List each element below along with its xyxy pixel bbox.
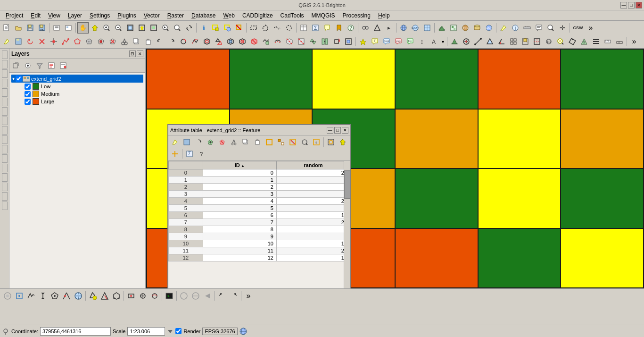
attr-zoom-to-selection-button[interactable] (325, 136, 337, 148)
scale-feature-button[interactable] (343, 36, 354, 47)
sidebar-tool-9[interactable] (2, 126, 8, 135)
more-right-button[interactable]: » (585, 22, 596, 34)
table-row[interactable]: 111122 (169, 247, 350, 254)
table-row[interactable]: 7720 (169, 219, 350, 226)
menu-layer[interactable]: Layer (64, 11, 86, 20)
attr-reload-button[interactable] (193, 136, 204, 148)
bt-terminal[interactable]: >_ (164, 290, 175, 302)
add-ring-button[interactable] (201, 36, 213, 47)
close-button[interactable]: ✕ (636, 2, 642, 8)
digitize-polygon-button[interactable] (72, 36, 83, 47)
identify-features-button[interactable]: ℹ (198, 22, 209, 34)
bt-undo2[interactable] (216, 290, 228, 302)
select-features-button[interactable] (210, 22, 221, 34)
bt-more-right[interactable]: » (243, 290, 254, 302)
add-layer-button[interactable] (436, 22, 447, 34)
measure-angle-button[interactable] (496, 36, 507, 47)
layer-expand-icon[interactable]: ▾ (12, 76, 15, 81)
sidebar-tool-15[interactable] (2, 183, 8, 191)
sidebar-tool-17[interactable] (2, 202, 8, 210)
globe-button[interactable] (398, 22, 409, 34)
sidebar-tool-6[interactable] (2, 98, 8, 106)
sidebar-tool-2[interactable] (2, 60, 8, 68)
attr-move-selection-button[interactable] (169, 148, 181, 160)
more-tools-button[interactable]: ▸ (383, 22, 395, 34)
menu-processing[interactable]: Processing (339, 11, 374, 20)
layers-panel-close-button[interactable]: ✕ (137, 51, 143, 57)
cancel-edits-button[interactable] (36, 36, 48, 47)
split-parts-button[interactable] (296, 36, 307, 47)
filter-legend-button[interactable] (34, 60, 45, 71)
bt-7[interactable] (73, 290, 84, 302)
bt-10[interactable] (111, 290, 122, 302)
attr-table-scrollbar[interactable] (344, 161, 350, 288)
bt-9[interactable] (99, 290, 110, 302)
rotate-feature-button[interactable] (331, 36, 342, 47)
bt-3[interactable] (25, 290, 37, 302)
add-to-favorites-button[interactable] (46, 60, 57, 71)
add-part-button[interactable] (213, 36, 224, 47)
bt-2[interactable] (14, 290, 25, 302)
undo-button[interactable] (154, 36, 165, 47)
table-row[interactable]: 996 (169, 233, 350, 240)
bt-circle-2[interactable] (190, 290, 201, 302)
delete-part-button[interactable] (248, 36, 260, 47)
more-right-btn2[interactable]: » (628, 36, 640, 47)
remove-from-favorites-button[interactable] (58, 60, 69, 71)
attr-table-wrapper[interactable]: IDrandom00231172293344420557661277208849… (168, 161, 350, 288)
pin-annotation-button[interactable] (357, 36, 369, 47)
bt-11[interactable] (125, 290, 137, 302)
menu-caddigitize[interactable]: CADDigitize (239, 11, 277, 20)
table-row[interactable]: 334 (169, 191, 350, 198)
rotate-point-button[interactable] (178, 36, 189, 47)
layers-panel-float-button[interactable]: ⊟ (129, 51, 136, 57)
maximize-button[interactable]: □ (628, 2, 635, 8)
scratch-layer-button[interactable]: S (578, 36, 590, 47)
legend-low-checkbox[interactable] (25, 84, 31, 90)
bt-13[interactable] (149, 290, 160, 302)
svg-annotation-button[interactable]: svg (393, 36, 404, 47)
menu-plugins[interactable]: Plugins (114, 11, 140, 20)
attr-save-edits-button[interactable] (181, 136, 192, 148)
zoom-actual-button[interactable]: 1:1 (543, 36, 554, 47)
digitize-point-button[interactable] (48, 36, 59, 47)
pan-button[interactable]: ✛ (557, 22, 568, 34)
attr-table-minimize-button[interactable]: — (327, 127, 333, 134)
save-edits-button[interactable] (13, 36, 24, 47)
legend-medium-checkbox[interactable] (25, 91, 31, 97)
form-annotation-button[interactable]: frm (405, 36, 416, 47)
print-composer-button[interactable] (51, 22, 62, 34)
sidebar-tool-16[interactable] (2, 192, 8, 201)
cut-features-button[interactable] (119, 36, 130, 47)
attr-toggle-edit-button[interactable] (169, 136, 181, 148)
menu-project[interactable]: Project (2, 11, 27, 20)
text-annotation-button[interactable]: T (369, 36, 380, 47)
pencil-button[interactable] (1, 36, 12, 47)
bt-circle-1[interactable] (178, 290, 190, 302)
table-row[interactable]: 557 (169, 205, 350, 212)
zoom-last-button[interactable] (160, 22, 171, 34)
redo-button[interactable] (166, 36, 177, 47)
crs-icon[interactable] (239, 328, 247, 335)
coordinate-input[interactable] (40, 327, 111, 336)
map-area[interactable]: Attribute table - extend_grid2 :: Featur… (146, 49, 644, 288)
attr-filter-select-button[interactable] (299, 136, 310, 148)
offset-curve-button[interactable] (272, 36, 283, 47)
select-location-button[interactable] (461, 36, 472, 47)
reshape-button[interactable] (260, 36, 272, 47)
attr-field-calculator-button[interactable]: Σ (184, 148, 195, 160)
copy-features-button[interactable] (131, 36, 142, 47)
print-atlas-button[interactable] (63, 22, 74, 34)
measure-area-button[interactable] (484, 36, 495, 47)
bookmark-button[interactable] (333, 22, 345, 34)
render-checkbox[interactable] (175, 328, 182, 334)
bt-5[interactable] (49, 290, 60, 302)
menu-settings[interactable]: Settings (86, 11, 114, 20)
spatial-bookmarks-button[interactable] (520, 36, 531, 47)
sidebar-tool-12[interactable] (2, 154, 8, 163)
sidebar-tool-5[interactable] (2, 88, 8, 97)
wms-button[interactable]: WMS (410, 22, 421, 34)
table-row[interactable]: 117 (169, 177, 350, 184)
attr-select-by-expression-button[interactable]: ε (311, 136, 322, 148)
menu-database[interactable]: Database (188, 11, 219, 20)
